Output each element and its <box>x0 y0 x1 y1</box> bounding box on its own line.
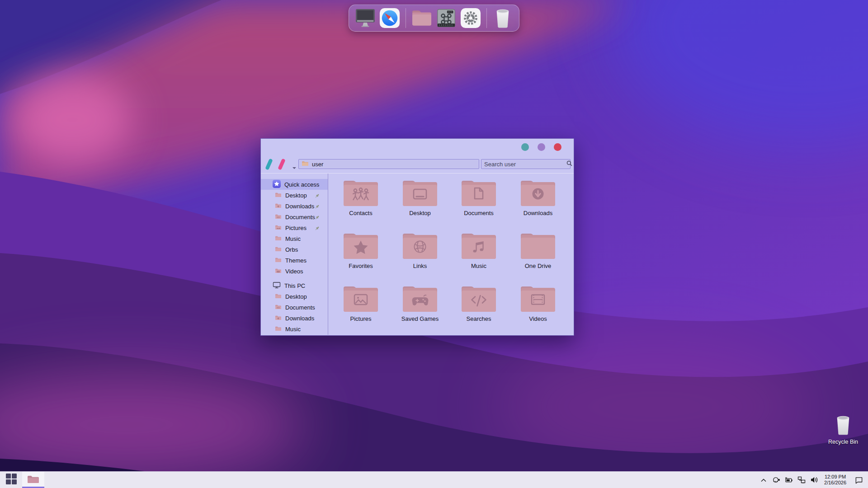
safari-compass-icon[interactable] <box>379 7 401 29</box>
folder-icon <box>275 315 282 322</box>
folder-icon <box>275 293 282 300</box>
address-folder-icon <box>302 160 309 168</box>
folder-item-music[interactable]: Music <box>452 231 506 269</box>
taskbar-clock[interactable]: 12:09 PM 2/16/2026 <box>823 474 848 486</box>
dock-divider <box>406 8 406 28</box>
navigation-pane: Quick access Desktop Downloads Documents… <box>261 174 328 335</box>
system-tray: 12:09 PM 2/16/2026 <box>760 472 868 488</box>
address-input[interactable] <box>312 161 476 168</box>
harddrive-command-icon[interactable] <box>435 7 457 29</box>
sidebar-item-desktop[interactable]: Desktop <box>261 190 328 201</box>
sidebar-label: Pictures <box>285 225 307 231</box>
pin-icon <box>315 215 320 221</box>
dock <box>349 5 519 32</box>
action-center-icon[interactable] <box>855 475 863 484</box>
tray-device-icon[interactable] <box>772 475 780 484</box>
folder-item-favorites[interactable]: Favorites <box>334 231 388 269</box>
sidebar-item-music[interactable]: Music <box>261 233 328 244</box>
download-arrow-icon <box>533 188 544 200</box>
sidebar-item-themes[interactable]: Themes <box>261 255 328 266</box>
trash-icon[interactable] <box>492 7 514 29</box>
sidebar-item-quick-access[interactable]: Quick access <box>261 179 328 190</box>
folder-item-contacts[interactable]: Contacts <box>334 178 388 216</box>
folder-item-pictures[interactable]: Pictures <box>334 284 388 322</box>
folder-icon <box>275 326 282 333</box>
folder-label: Documents <box>452 210 506 216</box>
sidebar-item-pc-music[interactable]: Music <box>261 324 328 334</box>
volume-icon[interactable] <box>810 475 818 484</box>
address-history-chevron-icon[interactable] <box>292 163 297 171</box>
folder-item-searches[interactable]: Searches <box>452 284 506 322</box>
chevron-up-icon[interactable] <box>760 475 768 484</box>
network-icon[interactable] <box>797 475 806 484</box>
sidebar-item-pc-downloads[interactable]: Downloads <box>261 313 328 324</box>
folder-icon <box>275 257 282 264</box>
file-explorer-window: Quick access Desktop Downloads Documents… <box>260 138 574 336</box>
sidebar-item-this-pc[interactable]: This PC <box>261 280 328 291</box>
minimize-button[interactable] <box>521 143 529 151</box>
sidebar-label: Quick access <box>284 181 319 188</box>
pin-icon <box>315 193 320 200</box>
folder-label: Favorites <box>334 263 388 269</box>
forward-button[interactable] <box>278 158 285 170</box>
sidebar-item-pc-desktop[interactable]: Desktop <box>261 291 328 302</box>
sidebar-item-orbs[interactable]: Orbs <box>261 244 328 255</box>
sidebar-label: Documents <box>285 304 315 311</box>
folder-icon <box>275 225 282 231</box>
folder-item-links[interactable]: Links <box>393 231 447 269</box>
folder-icon <box>275 235 282 242</box>
dock-divider <box>486 8 487 28</box>
sidebar-item-documents[interactable]: Documents <box>261 211 328 222</box>
folder-label: Saved Games <box>393 315 447 322</box>
sidebar-item-downloads[interactable]: Downloads <box>261 201 328 211</box>
folder-label: Videos <box>511 315 565 322</box>
taskbar-empty-area <box>44 472 760 488</box>
recycle-bin-icon <box>835 429 852 437</box>
sidebar-label: Desktop <box>285 293 307 300</box>
search-icon[interactable] <box>566 160 572 168</box>
folder-item-videos[interactable]: Videos <box>511 284 565 322</box>
folder-label: Music <box>452 263 506 269</box>
sidebar-label: Music <box>285 326 301 333</box>
battery-icon[interactable] <box>785 475 793 484</box>
sidebar-label: Documents <box>285 214 315 221</box>
window-titlebar[interactable] <box>261 139 574 155</box>
folder-label: Contacts <box>334 210 388 216</box>
explorer-folder-icon <box>27 474 39 486</box>
clock-time: 12:09 PM <box>824 474 846 480</box>
clock-date: 2/16/2026 <box>824 480 846 486</box>
sidebar-item-videos[interactable]: Videos <box>261 266 328 277</box>
pin-icon <box>315 204 320 211</box>
folder-item-desktop[interactable]: Desktop <box>393 178 447 216</box>
folder-label: Desktop <box>393 210 447 216</box>
sidebar-item-pc-documents[interactable]: Documents <box>261 302 328 313</box>
address-bar[interactable] <box>298 159 479 169</box>
recycle-bin[interactable]: Recycle Bin <box>826 414 861 445</box>
display-icon[interactable] <box>354 7 376 29</box>
taskbar: 12:09 PM 2/16/2026 <box>0 471 868 488</box>
search-input[interactable] <box>484 161 564 168</box>
start-button[interactable] <box>0 472 22 488</box>
file-explorer-taskbar-button[interactable] <box>22 472 44 488</box>
folder-item-documents[interactable]: Documents <box>452 178 506 216</box>
folder-icon <box>275 304 282 311</box>
folder-label: Links <box>393 263 447 269</box>
back-button[interactable] <box>265 158 273 170</box>
start-icon <box>5 473 17 487</box>
sidebar-item-pictures[interactable]: Pictures <box>261 222 328 233</box>
close-button[interactable] <box>554 143 561 151</box>
settings-gear-icon[interactable] <box>460 7 481 29</box>
maximize-button[interactable] <box>538 143 545 151</box>
search-box[interactable] <box>481 159 571 169</box>
folder-label: Downloads <box>511 210 565 216</box>
sidebar-label: Videos <box>285 268 303 275</box>
folder-item-saved-games[interactable]: Saved Games <box>393 284 447 322</box>
folder-item-one-drive[interactable]: One Drive <box>511 231 565 269</box>
sidebar-label: Desktop <box>285 192 307 199</box>
sidebar-label: This PC <box>284 282 305 289</box>
sidebar-label: Orbs <box>285 246 298 253</box>
folder-item-downloads[interactable]: Downloads <box>511 178 565 216</box>
folder-icon <box>275 214 282 221</box>
sidebar-label: Themes <box>285 257 307 264</box>
folder-icon[interactable] <box>411 7 433 29</box>
